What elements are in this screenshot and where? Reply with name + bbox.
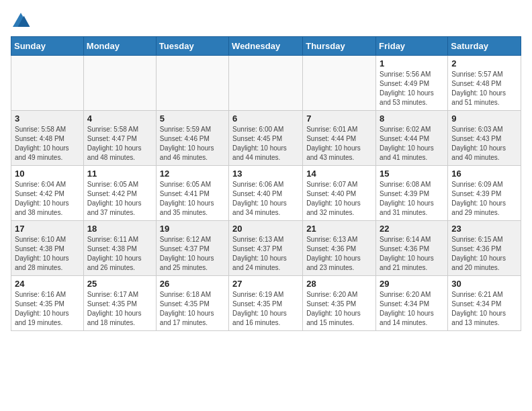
calendar-day-header: Wednesday xyxy=(229,37,303,56)
calendar-day-cell: 16Sunrise: 6:09 AM Sunset: 4:39 PM Dayli… xyxy=(448,166,521,221)
day-number: 20 xyxy=(232,224,299,234)
day-number: 27 xyxy=(232,279,299,289)
day-info: Sunrise: 6:20 AM Sunset: 4:35 PM Dayligh… xyxy=(306,290,372,328)
day-number: 2 xyxy=(451,58,517,68)
calendar-week-row: 17Sunrise: 6:10 AM Sunset: 4:38 PM Dayli… xyxy=(11,221,521,276)
day-info: Sunrise: 6:19 AM Sunset: 4:35 PM Dayligh… xyxy=(232,290,299,328)
logo xyxy=(11,11,34,31)
day-number: 9 xyxy=(451,113,517,124)
calendar-week-row: 3Sunrise: 5:58 AM Sunset: 4:48 PM Daylig… xyxy=(11,111,521,166)
calendar-day-cell: 19Sunrise: 6:12 AM Sunset: 4:37 PM Dayli… xyxy=(156,221,228,276)
day-info: Sunrise: 6:01 AM Sunset: 4:44 PM Dayligh… xyxy=(306,125,372,163)
logo-icon xyxy=(11,11,31,31)
calendar-day-cell: 29Sunrise: 6:20 AM Sunset: 4:34 PM Dayli… xyxy=(376,276,448,331)
day-number: 18 xyxy=(87,224,152,234)
day-number: 28 xyxy=(306,279,372,289)
day-info: Sunrise: 6:00 AM Sunset: 4:45 PM Dayligh… xyxy=(232,125,299,163)
calendar-day-cell: 18Sunrise: 6:11 AM Sunset: 4:38 PM Dayli… xyxy=(83,221,156,276)
day-info: Sunrise: 6:05 AM Sunset: 4:41 PM Dayligh… xyxy=(160,180,225,218)
calendar-day-cell: 1Sunrise: 5:56 AM Sunset: 4:49 PM Daylig… xyxy=(376,56,448,111)
day-number: 24 xyxy=(15,279,80,289)
day-info: Sunrise: 6:12 AM Sunset: 4:37 PM Dayligh… xyxy=(160,235,225,273)
day-number: 5 xyxy=(160,113,225,124)
day-info: Sunrise: 6:10 AM Sunset: 4:38 PM Dayligh… xyxy=(15,235,80,273)
day-info: Sunrise: 5:58 AM Sunset: 4:48 PM Dayligh… xyxy=(15,125,80,163)
day-info: Sunrise: 6:13 AM Sunset: 4:36 PM Dayligh… xyxy=(306,235,372,273)
day-number: 19 xyxy=(160,224,225,234)
day-info: Sunrise: 6:16 AM Sunset: 4:35 PM Dayligh… xyxy=(15,290,80,328)
calendar-day-header: Monday xyxy=(83,37,156,56)
calendar-day-cell: 25Sunrise: 6:17 AM Sunset: 4:35 PM Dayli… xyxy=(83,276,156,331)
day-number: 3 xyxy=(15,113,80,124)
calendar-day-header: Sunday xyxy=(11,37,84,56)
calendar-day-cell: 17Sunrise: 6:10 AM Sunset: 4:38 PM Dayli… xyxy=(11,221,84,276)
calendar-day-cell xyxy=(156,56,228,111)
calendar-day-cell: 21Sunrise: 6:13 AM Sunset: 4:36 PM Dayli… xyxy=(303,221,376,276)
day-number: 21 xyxy=(306,224,372,234)
calendar-day-cell: 5Sunrise: 5:59 AM Sunset: 4:46 PM Daylig… xyxy=(156,111,228,166)
day-info: Sunrise: 6:08 AM Sunset: 4:39 PM Dayligh… xyxy=(380,180,444,218)
day-number: 7 xyxy=(306,113,372,124)
calendar-day-cell: 12Sunrise: 6:05 AM Sunset: 4:41 PM Dayli… xyxy=(156,166,228,221)
day-info: Sunrise: 6:14 AM Sunset: 4:36 PM Dayligh… xyxy=(380,235,444,273)
day-number: 16 xyxy=(451,169,517,179)
day-info: Sunrise: 6:15 AM Sunset: 4:36 PM Dayligh… xyxy=(451,235,517,273)
page-header xyxy=(11,11,521,31)
day-number: 10 xyxy=(15,169,80,179)
calendar-day-cell: 7Sunrise: 6:01 AM Sunset: 4:44 PM Daylig… xyxy=(303,111,376,166)
day-number: 26 xyxy=(160,279,225,289)
day-info: Sunrise: 6:21 AM Sunset: 4:34 PM Dayligh… xyxy=(451,290,517,328)
day-info: Sunrise: 6:04 AM Sunset: 4:42 PM Dayligh… xyxy=(15,180,80,218)
calendar-table: SundayMondayTuesdayWednesdayThursdayFrid… xyxy=(11,36,521,331)
calendar-day-cell: 14Sunrise: 6:07 AM Sunset: 4:40 PM Dayli… xyxy=(303,166,376,221)
calendar-day-cell: 3Sunrise: 5:58 AM Sunset: 4:48 PM Daylig… xyxy=(11,111,84,166)
calendar-day-header: Saturday xyxy=(448,37,521,56)
day-number: 1 xyxy=(380,58,444,68)
day-number: 12 xyxy=(160,169,225,179)
calendar-day-cell: 6Sunrise: 6:00 AM Sunset: 4:45 PM Daylig… xyxy=(229,111,303,166)
calendar-week-row: 24Sunrise: 6:16 AM Sunset: 4:35 PM Dayli… xyxy=(11,276,521,331)
day-number: 22 xyxy=(380,224,444,234)
day-info: Sunrise: 6:11 AM Sunset: 4:38 PM Dayligh… xyxy=(87,235,152,273)
calendar-week-row: 1Sunrise: 5:56 AM Sunset: 4:49 PM Daylig… xyxy=(11,56,521,111)
day-info: Sunrise: 6:02 AM Sunset: 4:44 PM Dayligh… xyxy=(380,125,444,163)
day-info: Sunrise: 6:13 AM Sunset: 4:37 PM Dayligh… xyxy=(232,235,299,273)
day-info: Sunrise: 6:03 AM Sunset: 4:43 PM Dayligh… xyxy=(451,125,517,163)
calendar-day-cell: 22Sunrise: 6:14 AM Sunset: 4:36 PM Dayli… xyxy=(376,221,448,276)
calendar-day-cell: 8Sunrise: 6:02 AM Sunset: 4:44 PM Daylig… xyxy=(376,111,448,166)
calendar-day-cell xyxy=(11,56,84,111)
calendar-day-cell: 9Sunrise: 6:03 AM Sunset: 4:43 PM Daylig… xyxy=(448,111,521,166)
day-number: 4 xyxy=(87,113,152,124)
calendar-day-cell: 30Sunrise: 6:21 AM Sunset: 4:34 PM Dayli… xyxy=(448,276,521,331)
calendar-day-cell: 13Sunrise: 6:06 AM Sunset: 4:40 PM Dayli… xyxy=(229,166,303,221)
day-info: Sunrise: 6:05 AM Sunset: 4:42 PM Dayligh… xyxy=(87,180,152,218)
day-number: 6 xyxy=(232,113,299,124)
day-number: 30 xyxy=(451,279,517,289)
day-number: 15 xyxy=(380,169,444,179)
calendar-day-cell: 26Sunrise: 6:18 AM Sunset: 4:35 PM Dayli… xyxy=(156,276,228,331)
day-info: Sunrise: 6:09 AM Sunset: 4:39 PM Dayligh… xyxy=(451,180,517,218)
calendar-day-header: Tuesday xyxy=(156,37,228,56)
calendar-day-cell: 2Sunrise: 5:57 AM Sunset: 4:48 PM Daylig… xyxy=(448,56,521,111)
calendar-header-row: SundayMondayTuesdayWednesdayThursdayFrid… xyxy=(11,37,521,56)
day-info: Sunrise: 5:57 AM Sunset: 4:48 PM Dayligh… xyxy=(451,70,517,107)
day-info: Sunrise: 6:06 AM Sunset: 4:40 PM Dayligh… xyxy=(232,180,299,218)
calendar-day-cell: 23Sunrise: 6:15 AM Sunset: 4:36 PM Dayli… xyxy=(448,221,521,276)
day-info: Sunrise: 6:18 AM Sunset: 4:35 PM Dayligh… xyxy=(160,290,225,328)
calendar-day-cell: 15Sunrise: 6:08 AM Sunset: 4:39 PM Dayli… xyxy=(376,166,448,221)
calendar-day-header: Thursday xyxy=(303,37,376,56)
day-info: Sunrise: 5:59 AM Sunset: 4:46 PM Dayligh… xyxy=(160,125,225,163)
day-number: 29 xyxy=(380,279,444,289)
day-number: 23 xyxy=(451,224,517,234)
calendar-day-cell xyxy=(83,56,156,111)
calendar-day-cell xyxy=(303,56,376,111)
calendar-day-cell: 24Sunrise: 6:16 AM Sunset: 4:35 PM Dayli… xyxy=(11,276,84,331)
day-number: 13 xyxy=(232,169,299,179)
calendar-day-cell: 11Sunrise: 6:05 AM Sunset: 4:42 PM Dayli… xyxy=(83,166,156,221)
day-info: Sunrise: 6:17 AM Sunset: 4:35 PM Dayligh… xyxy=(87,290,152,328)
day-info: Sunrise: 6:07 AM Sunset: 4:40 PM Dayligh… xyxy=(306,180,372,218)
calendar-day-cell: 4Sunrise: 5:58 AM Sunset: 4:47 PM Daylig… xyxy=(83,111,156,166)
calendar-day-header: Friday xyxy=(376,37,448,56)
calendar-day-cell: 10Sunrise: 6:04 AM Sunset: 4:42 PM Dayli… xyxy=(11,166,84,221)
calendar-day-cell: 20Sunrise: 6:13 AM Sunset: 4:37 PM Dayli… xyxy=(229,221,303,276)
